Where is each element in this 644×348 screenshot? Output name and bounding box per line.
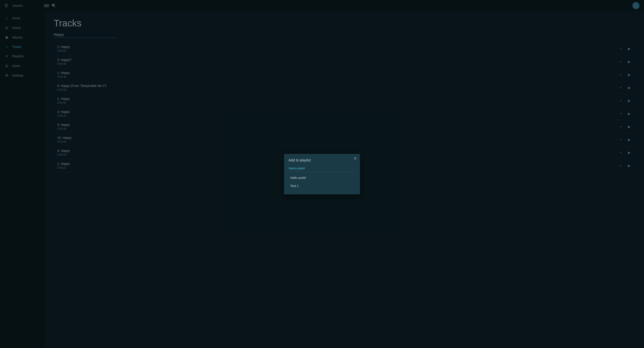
modal-select-label: Select playlist: [288, 167, 356, 170]
playlist-option-hello-world[interactable]: Hello world: [288, 174, 356, 182]
modal-close-button[interactable]: ✕: [354, 156, 357, 160]
modal-playlist-list: Hello worldTest 1: [288, 174, 356, 190]
modal-overlay[interactable]: ✕ Add to playlist Select playlist Hello …: [0, 0, 644, 348]
modal-divider: [288, 172, 356, 172]
modal-title: Add to playlist: [288, 158, 356, 162]
modal: ✕ Add to playlist Select playlist Hello …: [284, 154, 360, 194]
playlist-option-test-1[interactable]: Test 1: [288, 182, 356, 190]
